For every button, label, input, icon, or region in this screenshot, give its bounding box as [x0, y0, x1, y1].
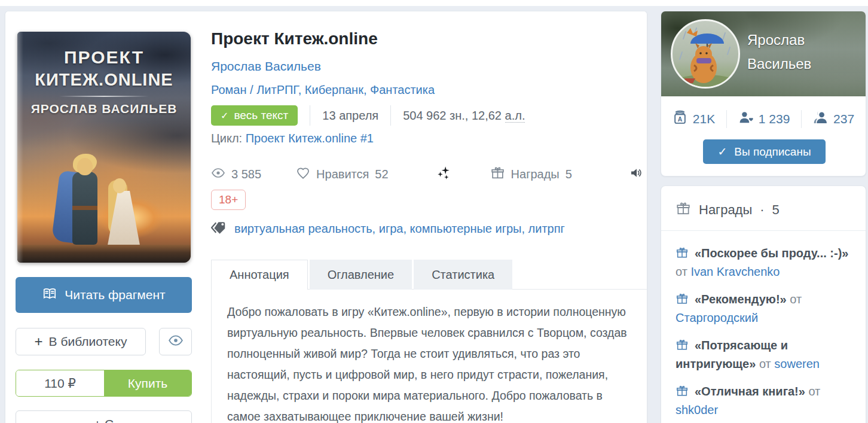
annotation-text: Добро пожаловать в игру «Китеж.online», …: [227, 302, 629, 423]
works-count: 21K: [693, 112, 715, 126]
author-works-stat[interactable]: A 21K: [673, 110, 715, 128]
author-name-line2: Васильев: [747, 52, 811, 76]
award-item: «Потрясающе и интригующе» от soweren: [676, 336, 851, 373]
views-count: 3 585: [231, 168, 261, 181]
tab-statistics[interactable]: Статистика: [414, 260, 512, 290]
check-icon: ✓: [221, 110, 228, 121]
clipped-action-button[interactable]: + С: [16, 410, 192, 423]
author-followers-stat[interactable]: 1 239: [738, 110, 790, 128]
price-label: 110 ₽: [16, 370, 104, 396]
book-cover-art: ПРОЕКТ КИТЕЖ.ONLINE ЯРОСЛАВ ВАСИЛЬЕВ: [17, 32, 191, 263]
friends-count: 237: [833, 112, 854, 126]
awards-list: «Поскорее бы проду... :-)» от Ivan Kravc…: [661, 231, 866, 419]
award-item: «Отличная книга!» от shk0der: [676, 382, 851, 419]
cover-figure-man-head: [77, 158, 93, 175]
tab-bar: Аннотация Оглавление Статистика: [211, 260, 647, 290]
tab-contents[interactable]: Оглавление: [310, 260, 412, 290]
subscribed-button[interactable]: ✓ Вы подписаны: [703, 139, 826, 164]
awards-header: Награды · 5: [661, 186, 866, 230]
awards-title: Награды: [699, 202, 752, 218]
works-icon: A: [673, 110, 687, 128]
publish-date: 13 апреля: [322, 109, 378, 123]
sparkles-button[interactable]: [436, 165, 452, 184]
awards-total: 5: [772, 202, 780, 218]
like-button[interactable]: Нравится 52: [296, 166, 389, 183]
tag-icon: [211, 220, 227, 238]
separator: [310, 105, 310, 126]
likes-count: 52: [375, 168, 388, 181]
gift-icon: [676, 290, 695, 309]
open-book-icon: [42, 286, 57, 305]
cover-figure-man-belt: [72, 206, 97, 210]
full-text-label: весь текст: [234, 109, 288, 122]
award-from: от: [676, 265, 687, 278]
person-icon: [813, 110, 828, 128]
cover-author: ЯРОСЛАВ ВАСИЛЬЕВ: [17, 102, 191, 116]
awards-card: Награды · 5 «Поскорее бы проду... :-)» о…: [661, 185, 866, 423]
annotation-panel: Добро пожаловать в игру «Китеж.online», …: [211, 289, 647, 423]
award-item: «Поскорее бы проду... :-)» от Ivan Kravc…: [676, 244, 851, 281]
separator: [726, 110, 727, 128]
svg-text:A: A: [678, 116, 683, 123]
book-info-column: Проект Китеж.online Ярослав Васильев Ром…: [211, 29, 647, 423]
genre-links[interactable]: Роман / ЛитРПГ, Киберпанк, Фантастика: [211, 83, 647, 97]
plus-icon: +: [35, 333, 43, 350]
gift-icon: [676, 382, 695, 401]
meta-row: ✓ весь текст 13 апреля 504 962 зн., 12,6…: [211, 105, 647, 126]
awards-count: 5: [566, 168, 572, 181]
award-user-link[interactable]: soweren: [774, 357, 820, 370]
page-title: Проект Китеж.online: [211, 29, 647, 48]
cover-title-block: ПРОЕКТ КИТЕЖ.ONLINE ЯРОСЛАВ ВАСИЛЬЕВ: [17, 47, 191, 116]
cover-sea: [17, 245, 191, 263]
text-size: 504 962 зн., 12,62 а.л.: [403, 109, 525, 123]
cycle-label: Цикл:: [211, 132, 242, 145]
heart-icon: [296, 166, 310, 183]
check-icon: ✓: [717, 145, 727, 159]
cover-title-line1: ПРОЕКТ: [17, 47, 191, 68]
read-fragment-button[interactable]: Читать фрагмент: [16, 277, 192, 313]
eye-icon: [211, 166, 225, 183]
awards-label: Награды: [511, 168, 560, 181]
separator: [801, 110, 802, 128]
author-card: Ярослав Васильев A 21K 1 239: [661, 11, 866, 176]
age-rating-badge: 18+: [211, 190, 246, 210]
cover-title-line2: КИТЕЖ.ONLINE: [17, 70, 191, 90]
subscribed-label: Вы подписаны: [734, 145, 811, 159]
author-friends-stat[interactable]: 237: [813, 110, 854, 128]
separator: [390, 105, 391, 126]
likes-label: Нравится: [316, 168, 369, 181]
audio-button[interactable]: [629, 166, 644, 183]
award-from: от: [759, 357, 771, 370]
add-to-library-button[interactable]: + В библиотеку: [16, 328, 146, 355]
followers-count: 1 239: [759, 112, 790, 126]
award-user-link[interactable]: shk0der: [676, 403, 718, 416]
tag-links[interactable]: виртуальная реальность, игра, компьютерн…: [234, 222, 565, 236]
award-from: от: [808, 385, 820, 398]
views-stat: 3 585: [211, 166, 261, 183]
sparkles-icon: [436, 165, 452, 184]
watch-button[interactable]: [159, 328, 192, 355]
gift-icon: [676, 244, 695, 263]
awards-button[interactable]: Награды 5: [490, 165, 572, 183]
add-to-library-label: В библиотеку: [49, 334, 127, 349]
awards-dot: ·: [760, 202, 764, 218]
author-name[interactable]: Ярослав Васильев: [747, 28, 811, 76]
buy-button[interactable]: Купить: [104, 370, 191, 396]
full-text-badge: ✓ весь текст: [211, 105, 298, 126]
author-link[interactable]: Ярослав Васильев: [211, 59, 321, 74]
tags-row: виртуальная реальность, игра, компьютерн…: [211, 220, 647, 238]
gift-icon: [676, 200, 691, 220]
gift-icon: [676, 336, 695, 355]
buy-widget[interactable]: 110 ₽ Купить: [16, 370, 192, 397]
size-value: 504 962 зн., 12,62: [403, 109, 502, 122]
award-title: «Рекомендую!»: [695, 293, 787, 306]
award-item: «Рекомендую!» от Старгородский: [676, 290, 851, 327]
tab-annotation[interactable]: Аннотация: [211, 260, 308, 290]
size-unit[interactable]: а.л.: [505, 109, 525, 123]
award-user-link[interactable]: Ivan Kravchenko: [690, 265, 780, 278]
award-user-link[interactable]: Старгородский: [676, 311, 758, 324]
author-avatar[interactable]: [671, 19, 740, 89]
cycle-link[interactable]: Проект Китеж.online #1: [246, 132, 374, 145]
award-title: «Поскорее бы проду... :-)»: [695, 247, 848, 260]
book-cover[interactable]: ПРОЕКТ КИТЕЖ.ONLINE ЯРОСЛАВ ВАСИЛЬЕВ: [17, 32, 191, 263]
